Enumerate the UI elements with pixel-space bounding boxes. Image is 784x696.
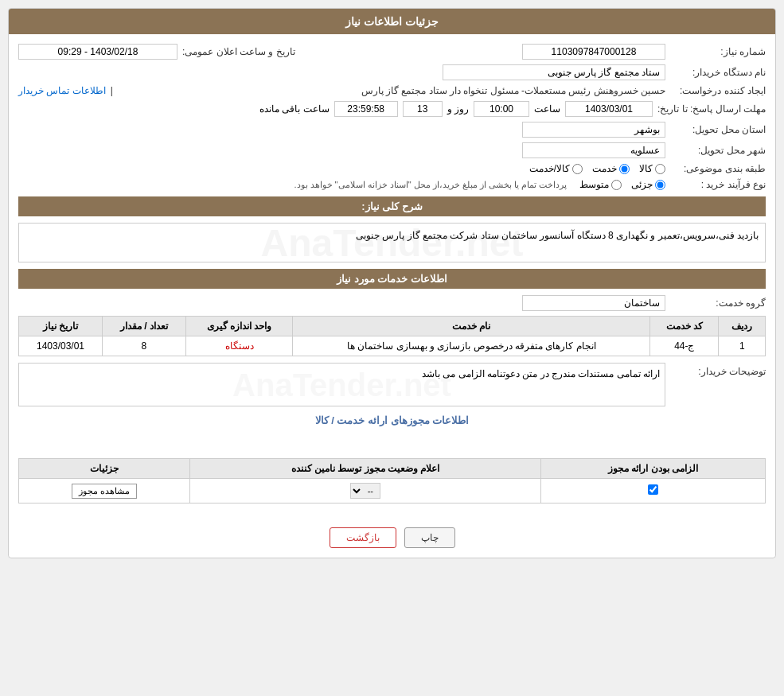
noee-motovaset-radio[interactable] (611, 180, 622, 190)
permissions-table: الزامی بودن ارائه مجوز اعلام وضعیت مجوز … (18, 458, 766, 504)
perm-col-details: جزئیات (19, 459, 190, 479)
tabaqe-khadamat-radio[interactable] (619, 164, 630, 174)
col-radif: ردیف (719, 317, 766, 336)
view-permit-button[interactable]: مشاهده مجوز (72, 484, 137, 499)
elzami-checkbox[interactable] (648, 484, 658, 495)
khadamat-section-header: اطلاعات خدمات مورد نیاز (18, 269, 766, 289)
cell-count: 8 (103, 336, 186, 356)
goroh-khadamat-label: گروه خدمت: (670, 297, 766, 309)
perm-status-select[interactable]: -- (350, 483, 380, 499)
print-button[interactable]: چاپ (404, 527, 455, 548)
tabaqe-radio-group: کالا خدمت کالا/خدمت (529, 163, 665, 174)
tabaqe-label: طبقه بندی موضوعی: (670, 163, 766, 174)
ostan-input (522, 122, 665, 138)
watermark: AnaTender.net (261, 221, 524, 265)
shahr-label: شهر محل تحویل: (670, 145, 766, 156)
tabaqe-kala-khadamat-radio[interactable] (572, 164, 583, 174)
noee-motovaset-label: متوسط (579, 179, 609, 190)
nam-dastgah-label: نام دستگاه خریدار: (670, 67, 766, 78)
sharh-value: بازدید فنی،سرویس،تعمیر و نگهداری 8 دستگا… (356, 230, 759, 241)
page-title: جزئیات اطلاعات نیاز (9, 9, 775, 34)
shomara-niaz-label: شماره نیاز: (670, 46, 766, 57)
mojavez-section-header: اطلاعات مجوزهای ارائه خدمت / کالا (315, 414, 470, 426)
col-date: تاریخ نیاز (19, 317, 103, 336)
goroh-khadamat-input (522, 295, 665, 311)
mohlat-date-input (565, 101, 653, 117)
countdown-input (334, 101, 398, 117)
tabaqe-kala-label: کالا (639, 163, 653, 174)
col-unit: واحد اندازه گیری (185, 317, 292, 336)
perm-cell-details: مشاهده مجوز (19, 479, 190, 504)
col-code: کد خدمت (650, 317, 719, 336)
roz-input (403, 101, 443, 117)
shahr-input (522, 142, 665, 158)
perm-cell-elzami (541, 479, 766, 504)
ijad-konande-value: حسین خسروهنش رئیس مستعملات- مسئول تنخواه… (121, 85, 665, 96)
tarikh-label: تاریخ و ساعت اعلان عمومی: (182, 46, 295, 57)
noee-jozii-radio[interactable] (655, 180, 665, 190)
perm-cell-status: -- (189, 479, 540, 504)
cell-name: انجام کارهای متفرقه درخصوص بازسازی و بهس… (293, 336, 650, 356)
shomara-niaz-input (522, 44, 665, 60)
services-table: ردیف کد خدمت نام خدمت واحد اندازه گیری ت… (18, 316, 766, 356)
perm-col-elzami: الزامی بودن ارائه مجوز (541, 459, 766, 479)
cell-code: ج-44 (650, 336, 719, 356)
mohlat-label: مهلت ارسال پاسخ: تا تاریخ: (657, 103, 766, 115)
perm-col-status: اعلام وضعیت مجوز توسط نامین کننده (189, 459, 540, 479)
tabaqe-kala-radio[interactable] (655, 164, 665, 174)
noee-radio-group: جزئی متوسط (579, 179, 665, 190)
saat-label: ساعت (534, 103, 560, 115)
col-count: تعداد / مقدار (103, 317, 186, 336)
bottom-buttons: چاپ بازگشت (9, 518, 775, 558)
ostan-label: استان محل تحویل: (670, 124, 766, 135)
nam-dastgah-input (443, 64, 665, 80)
cell-radif: 1 (719, 336, 766, 356)
noee-farayand-label: نوع فرآیند خرید : (670, 179, 766, 190)
noee-description: پرداخت تمام یا بخشی از مبلغ خرید،از محل … (294, 180, 567, 190)
tabaqe-khadamat-label: خدمت (592, 163, 617, 174)
roz-label: روز و (447, 103, 469, 115)
tosihaat-value: ارائه تمامی مستندات مندرج در متن دعوتنام… (24, 368, 660, 379)
col-name: نام خدمت (293, 317, 650, 336)
sharh-section-header: شرح کلی نیاز: (18, 196, 766, 216)
noee-jozii-label: جزئی (631, 179, 653, 190)
countdown-label: ساعت باقی مانده (259, 103, 330, 115)
perm-table-row: -- مشاهده مجوز (19, 479, 766, 504)
cell-date: 1403/03/01 (19, 336, 103, 356)
cell-unit: دستگاه (185, 336, 292, 356)
saat-input (474, 101, 529, 117)
contact-link[interactable]: اطلاعات تماس خریدار (18, 85, 106, 96)
tosihaat-label: توضیحات خریدار: (670, 363, 766, 377)
table-row: 1 ج-44 انجام کارهای متفرقه درخصوص بازساز… (19, 336, 766, 356)
tabaqe-kala-khadamat-label: کالا/خدمت (529, 163, 570, 174)
back-button[interactable]: بازگشت (330, 527, 396, 548)
ijad-konande-label: ایجاد کننده درخواست: (670, 85, 766, 96)
tarikh-input (18, 44, 177, 60)
